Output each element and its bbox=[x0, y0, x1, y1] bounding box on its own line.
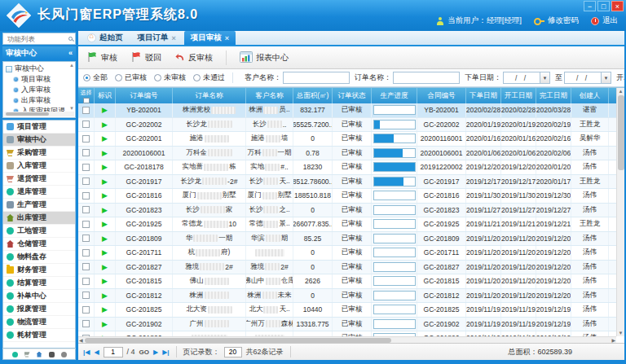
filter-radio-0[interactable]: 全部 bbox=[83, 72, 108, 83]
order-date-end-input[interactable]: / / bbox=[564, 72, 602, 84]
column-header-4[interactable]: 客户名称 bbox=[246, 88, 293, 103]
column-header-6[interactable]: 订单状态 bbox=[333, 88, 372, 103]
table-row[interactable]: GC-201825北大资北大天..10440已审核GC-2018252019/1… bbox=[78, 303, 616, 318]
sidebar-module-3[interactable]: 入库管理 bbox=[3, 160, 75, 173]
table-row[interactable]: GC-201816厦门别墅厦门别墅188510.818已审核GC-2018162… bbox=[78, 189, 616, 204]
chevron-down-icon[interactable] bbox=[602, 72, 611, 84]
sidebar-module-6[interactable]: 生产管理 bbox=[3, 199, 75, 212]
row-checkbox[interactable] bbox=[82, 221, 90, 228]
vertical-scrollbar[interactable] bbox=[616, 88, 624, 336]
row-checkbox[interactable] bbox=[82, 107, 90, 114]
vscroll-thumb[interactable] bbox=[618, 95, 624, 170]
more-dots-icon[interactable] bbox=[61, 352, 67, 357]
row-checkbox[interactable] bbox=[82, 121, 90, 128]
audit-button[interactable]: 审核 bbox=[86, 51, 117, 64]
select-all-checkbox[interactable] bbox=[83, 98, 90, 103]
table-row[interactable]: GC-201711杭府)0已审核GC-2017112019/11/202019/… bbox=[78, 246, 616, 261]
sidebar-module-1[interactable]: 审核中心 bbox=[3, 134, 75, 147]
sidebar-module-16[interactable]: 耗材管理 bbox=[3, 329, 75, 342]
close-button[interactable]: × bbox=[611, 1, 624, 11]
filter-radio-3[interactable]: 未通过 bbox=[193, 72, 225, 83]
column-header-12[interactable]: 创建人 bbox=[571, 88, 609, 103]
sidebar-module-10[interactable]: 物料盘存 bbox=[3, 251, 75, 264]
sidebar-module-14[interactable]: 报废管理 bbox=[3, 303, 75, 316]
sidebar-module-8[interactable]: 工地管理 bbox=[3, 225, 75, 238]
filter-radio-1[interactable]: 已审核 bbox=[115, 72, 147, 83]
first-page-icon[interactable] bbox=[83, 349, 90, 356]
sidebar-module-9[interactable]: 仓储管理 bbox=[3, 238, 75, 251]
logout-button[interactable]: 退出 bbox=[591, 15, 618, 26]
order-date-input[interactable]: / / bbox=[503, 72, 540, 84]
collapse-icon[interactable] bbox=[68, 49, 73, 57]
user-box-icon[interactable] bbox=[49, 352, 55, 357]
table-row[interactable]: GC-201823长沙家长沙之..0已审核GC-2018232019/11/27… bbox=[78, 204, 616, 218]
tab-home[interactable]: 起始页 bbox=[81, 31, 130, 45]
sidebar-module-7[interactable]: 出库管理 bbox=[3, 212, 75, 225]
unaudit-button[interactable]: 反审核 bbox=[174, 51, 213, 64]
table-row[interactable]: GC-201815佛山佛山中仓库2626已审核GC-2018152019/11/… bbox=[78, 274, 616, 289]
horizontal-scrollbar[interactable] bbox=[78, 336, 616, 343]
column-header-10[interactable]: 开工日期 bbox=[501, 88, 536, 103]
row-checkbox[interactable] bbox=[82, 235, 90, 242]
column-header-8[interactable]: 合同编号 bbox=[417, 88, 466, 103]
sidebar-module-12[interactable]: 结算管理 bbox=[3, 277, 75, 290]
go-button[interactable]: GO bbox=[139, 349, 149, 356]
sidebar-module-0[interactable]: 项目管理 bbox=[3, 121, 75, 134]
reject-button[interactable]: 驳回 bbox=[130, 51, 161, 64]
row-checkbox[interactable] bbox=[82, 164, 90, 171]
scroll-left-icon[interactable] bbox=[79, 337, 83, 343]
table-row[interactable]: GC-201925常德龙10常德景..266077.835..已审核GC-201… bbox=[78, 217, 616, 232]
prev-page-icon[interactable] bbox=[94, 349, 99, 356]
cart-icon[interactable] bbox=[24, 352, 30, 357]
tree-scroll-down-icon[interactable] bbox=[69, 106, 74, 111]
table-row[interactable]: GC-201809华一期华滨期85.25已审核GC-2018092019/11/… bbox=[78, 232, 616, 247]
row-checkbox[interactable] bbox=[82, 149, 90, 156]
sidebar-module-4[interactable]: 退货管理 bbox=[3, 173, 75, 186]
table-row[interactable]: GC-201827雅境2#雅境2#0已审核GC-2018272019/11/20… bbox=[78, 261, 616, 275]
column-header-0[interactable]: 选择 bbox=[78, 88, 95, 103]
sidebar-module-15[interactable]: 物流管理 bbox=[3, 316, 75, 329]
row-checkbox[interactable] bbox=[82, 135, 90, 143]
row-checkbox[interactable] bbox=[82, 178, 90, 185]
send-icon[interactable] bbox=[37, 352, 42, 357]
change-password-button[interactable]: 修改密码 bbox=[534, 15, 579, 26]
last-page-icon[interactable] bbox=[162, 349, 169, 356]
column-header-11[interactable]: 完工日期 bbox=[536, 88, 571, 103]
search-icon[interactable] bbox=[68, 37, 73, 41]
column-header-2[interactable]: 订单编号 bbox=[116, 88, 173, 103]
row-checkbox[interactable] bbox=[82, 320, 90, 327]
row-checkbox[interactable] bbox=[82, 292, 90, 299]
report-center-button[interactable]: 报表中心 bbox=[240, 51, 289, 64]
next-page-icon[interactable] bbox=[153, 349, 158, 356]
tree-root[interactable]: 审核中心 bbox=[6, 64, 75, 74]
table-row[interactable]: GC-2018178实地蔷栋实地#..18230已审核2019122000220… bbox=[78, 160, 616, 175]
table-row[interactable]: GC-201902广州广州万森林13318.775已审核GC-201902201… bbox=[78, 318, 616, 332]
sidebar-module-13[interactable]: 补单中心 bbox=[3, 290, 75, 303]
column-header-9[interactable]: 下单日期 bbox=[466, 88, 501, 103]
search-input[interactable] bbox=[6, 34, 60, 44]
page-number-input[interactable] bbox=[104, 347, 123, 357]
row-checkbox[interactable] bbox=[82, 306, 90, 314]
hscroll-thumb[interactable] bbox=[85, 338, 391, 343]
row-checkbox[interactable] bbox=[82, 192, 90, 200]
tree-scroll-up-icon[interactable] bbox=[69, 63, 74, 68]
column-header-5[interactable]: 总面积(㎡) bbox=[293, 88, 333, 103]
sidebar-module-2[interactable]: 采购管理 bbox=[3, 147, 75, 160]
sidebar-module-5[interactable]: 退库管理 bbox=[3, 186, 75, 199]
status-dot-icon[interactable] bbox=[12, 352, 18, 357]
table-row[interactable]: YB-202001株洲党校株洲员..832.177已审核YB-202001202… bbox=[78, 103, 616, 118]
scroll-down-icon[interactable] bbox=[619, 331, 624, 335]
tab-close-icon[interactable] bbox=[172, 34, 176, 42]
row-checkbox[interactable] bbox=[82, 249, 90, 257]
chevron-down-icon[interactable] bbox=[540, 72, 550, 84]
tree-hscroll-thumb[interactable] bbox=[6, 112, 49, 116]
column-header-1[interactable]: 标识 bbox=[95, 88, 116, 103]
tree-item[interactable]: 入库审核 bbox=[6, 85, 75, 95]
tree-item[interactable]: 出库审核 bbox=[6, 95, 75, 106]
table-row[interactable]: GC-202002长沙龙长沙..65525.7200..已审核GC-202002… bbox=[78, 118, 616, 133]
tree-item[interactable]: 项目审核 bbox=[6, 74, 75, 85]
column-header-7[interactable]: 生产进度 bbox=[372, 88, 417, 103]
table-row[interactable]: 20200106001万科金万科一期0.78已审核202001060012020… bbox=[78, 147, 616, 161]
restore-button[interactable]: □ bbox=[597, 1, 610, 11]
table-row[interactable]: GC-202001施港施港墙0已审核202001160012020/01/162… bbox=[78, 132, 616, 147]
